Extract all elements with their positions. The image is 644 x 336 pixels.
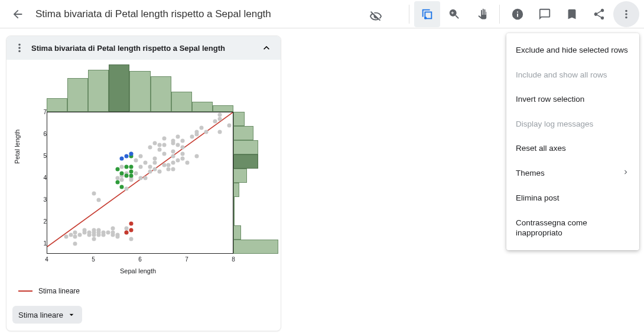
legend-fit-label: Stima lineare xyxy=(38,287,80,295)
card-header: Stima bivariata di Petal length rispetto… xyxy=(6,36,281,60)
x-axis-label: Sepal length xyxy=(120,267,156,274)
comment-icon xyxy=(538,8,551,21)
info-button[interactable] xyxy=(505,1,531,27)
menu-include-rows: Include and show all rows xyxy=(506,63,639,88)
more-vert-icon xyxy=(13,41,26,54)
bookmark-button[interactable] xyxy=(559,1,585,27)
eye-off-icon xyxy=(369,10,382,23)
chevron-down-icon xyxy=(67,310,76,319)
y-ticks: 1234567 xyxy=(36,112,47,254)
selection-tool-button[interactable] xyxy=(414,1,440,27)
arrow-left-icon xyxy=(11,8,24,21)
marginal-x-histogram xyxy=(47,63,233,112)
page-title: Stima bivariata di Petal length rispetto… xyxy=(35,8,271,20)
separator xyxy=(499,5,500,24)
zoom-tool-button[interactable] xyxy=(441,1,467,27)
menu-invert-selection[interactable]: Invert row selection xyxy=(506,87,639,112)
zoom-in-icon xyxy=(448,8,461,21)
separator xyxy=(409,5,409,24)
bivariate-chart[interactable]: 1234567 45678 Petal length Sepal length xyxy=(14,63,274,282)
hide-button[interactable] xyxy=(363,4,389,30)
bookmark-icon xyxy=(565,8,578,21)
menu-display-log: Display log messages xyxy=(506,112,639,137)
more-button[interactable] xyxy=(613,1,639,27)
collapse-button[interactable] xyxy=(258,40,275,56)
legend: Stima lineare xyxy=(14,287,274,295)
back-button[interactable] xyxy=(5,1,31,27)
fit-type-label: Stima lineare xyxy=(18,311,63,319)
hand-icon xyxy=(475,8,488,21)
card-menu-button[interactable] xyxy=(12,41,27,55)
menu-exclude-rows[interactable]: Exclude and hide selected rows xyxy=(506,38,639,63)
menu-themes[interactable]: Themes xyxy=(506,161,639,186)
menu-reset-axes[interactable]: Reset all axes xyxy=(506,136,639,161)
chart-card: Stima bivariata di Petal length rispetto… xyxy=(6,35,281,331)
chevron-right-icon xyxy=(622,168,630,179)
marginal-y-histogram xyxy=(233,112,279,254)
menu-delete-post[interactable]: Elimina post xyxy=(506,186,639,211)
info-icon xyxy=(511,8,524,21)
menu-themes-label: Themes xyxy=(516,168,545,179)
pan-tool-button[interactable] xyxy=(469,1,495,27)
y-axis-label: Petal length xyxy=(14,130,21,164)
menu-flag-inappropriate[interactable]: Contrassegna come inappropriato xyxy=(506,211,639,245)
card-title: Stima bivariata di Petal length rispetto… xyxy=(31,44,253,53)
top-toolbar: Stima bivariata di Petal length rispetto… xyxy=(0,0,644,28)
selection-icon xyxy=(421,8,434,21)
svg-point-0 xyxy=(424,17,427,19)
more-vert-icon xyxy=(620,8,633,21)
share-icon xyxy=(593,8,606,21)
comment-button[interactable] xyxy=(532,1,558,27)
scatter-plot[interactable] xyxy=(47,112,233,254)
more-menu: Exclude and hide selected rows Include a… xyxy=(506,33,639,250)
fit-type-dropdown[interactable]: Stima lineare xyxy=(12,306,82,324)
chevron-up-icon xyxy=(261,42,272,54)
share-button[interactable] xyxy=(586,1,612,27)
legend-line-swatch xyxy=(18,290,32,292)
